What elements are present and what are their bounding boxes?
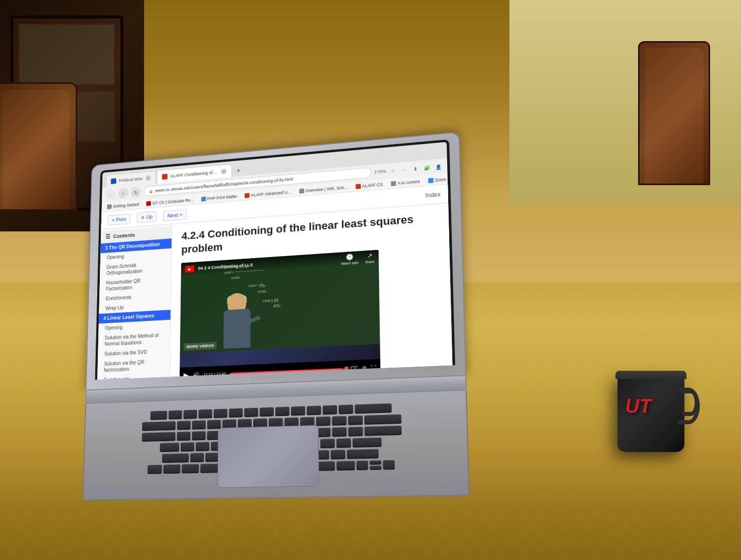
key-q[interactable] [177,431,190,441]
key-slash[interactable] [331,450,346,460]
key-f1[interactable] [168,410,182,420]
key-f6[interactable] [244,408,258,417]
forward-button[interactable]: › [118,188,129,199]
key-2[interactable] [192,420,206,429]
bookmark-current[interactable]: A is current [389,178,422,187]
bookmark-label-1: Getting Started [113,202,139,208]
video-title-text: 04 2 4 Conditioning of LLS [198,263,253,271]
hamburger-icon: ☰ [105,233,111,240]
nav-actions: 170% ☆ ⋯ ⬇ 🧩 👤 [374,162,443,176]
time-display: 12:22 / 12:45 [203,371,226,376]
watch-later-btn[interactable]: 🕐 Watch later [341,253,359,265]
bookmark-favicon-5 [299,188,304,193]
fullscreen-button[interactable]: ⛶ [371,365,376,370]
chair-left [0,82,77,211]
key-arrow-down[interactable] [369,465,381,470]
key-fn[interactable] [148,465,162,474]
key-3[interactable] [207,420,221,429]
key-backtick[interactable] [142,421,175,431]
index-label[interactable]: Index [425,191,440,199]
progress-bar[interactable] [230,368,346,374]
bookmark-label-5: Overview | XMI, Sch... [306,185,348,193]
profile-button[interactable]: 👤 [433,162,443,171]
tab-close-2[interactable]: × [221,168,226,174]
key-z[interactable] [190,453,204,462]
key-backslash[interactable] [364,426,401,436]
key-s[interactable] [196,442,209,451]
bookmark-favicon-1 [107,204,112,209]
key-semicolon[interactable] [320,439,334,448]
key-esc[interactable] [150,411,167,420]
key-tab[interactable] [142,432,175,442]
bookmark-favicon-2 [146,201,151,206]
tab-close-1[interactable]: × [145,175,151,181]
key-capslock[interactable] [160,443,179,452]
menu-button[interactable]: ⋯ [399,165,409,174]
key-option[interactable] [182,464,199,474]
key-option-right[interactable] [337,461,355,471]
key-backspace[interactable] [364,414,401,425]
key-equals[interactable] [348,416,363,425]
time-current: 12:22 [203,372,213,376]
volume-button[interactable]: 🔊 [192,371,199,376]
key-f9[interactable] [291,406,305,416]
key-f2[interactable] [183,410,197,419]
key-shift-right[interactable] [347,449,379,459]
tab-favicon-1 [111,178,116,184]
key-w[interactable] [191,431,205,440]
bookmark-label-6: ALAFF CS [362,182,382,189]
bookmark-getting-started[interactable]: Getting Started [105,201,140,210]
chair-right [638,41,710,185]
play-button[interactable]: ▶ [183,371,188,377]
key-f10[interactable] [307,406,321,416]
progress-thumb [344,367,348,371]
main-content: < Prev ∧ Up Next > [170,185,453,377]
settings-button[interactable]: ⚙ [362,365,367,371]
key-x[interactable] [205,453,219,462]
bookmark-alaff-cs[interactable]: ALAFF CS [354,180,385,190]
trackpad[interactable] [218,425,319,487]
key-quote[interactable] [336,439,351,448]
key-f8[interactable] [275,407,290,416]
sidebar-item-4-opening-label: Opening [105,324,122,331]
refresh-button[interactable]: ↻ [131,187,141,197]
key-arrows-updown [369,460,381,470]
sidebar-item-4-normal-label: Solution via the Method of Normal Equati… [104,333,158,347]
bookmark-button[interactable]: ☆ [388,166,397,175]
download-button[interactable]: ⬇ [411,164,420,173]
key-f11[interactable] [323,405,337,415]
new-tab-button[interactable]: + [233,165,244,177]
key-return[interactable] [352,438,381,447]
extension-button[interactable]: 🧩 [422,163,432,172]
key-f5[interactable] [229,408,243,418]
cc-button[interactable]: CC [350,365,358,371]
key-f3[interactable] [199,409,213,419]
key-0[interactable] [316,417,330,426]
key-bracket-right[interactable] [348,427,363,437]
bookmark-zoom[interactable]: Zoom - The Universi... [426,174,448,184]
lock-icon: 🔒 [149,189,153,193]
key-bracket-left[interactable] [332,427,346,437]
clock-icon: 🕐 [346,254,354,261]
back-button[interactable]: ‹ [105,189,116,200]
key-arrow-up[interactable] [369,460,381,465]
key-control[interactable] [163,464,180,474]
next-button[interactable]: Next > [170,209,187,221]
key-shift-left[interactable] [162,454,189,463]
time-total: 12:45 [216,371,226,376]
key-1[interactable] [177,421,190,430]
bookmark-php[interactable]: PHP Print Mailer [199,193,239,203]
key-minus[interactable] [332,416,346,426]
share-btn[interactable]: ↗ Share [365,252,375,264]
key-f4[interactable] [214,409,227,418]
sidebar-item-3-householder-label: Householder QR Factorization [106,278,140,292]
key-a[interactable] [180,442,194,451]
laptop-lid: Political Wire × ALAFF Conditioning of t… [85,132,466,391]
key-arrow-right[interactable] [383,460,395,470]
key-f12[interactable] [339,405,353,414]
laptop-container: Political Wire × ALAFF Conditioning of t… [82,131,481,500]
key-f7[interactable] [260,407,274,417]
key-arrow-left[interactable] [357,461,368,471]
key-delete[interactable] [355,403,392,413]
more-videos-btn[interactable]: MORE VIDEOS [184,342,217,351]
